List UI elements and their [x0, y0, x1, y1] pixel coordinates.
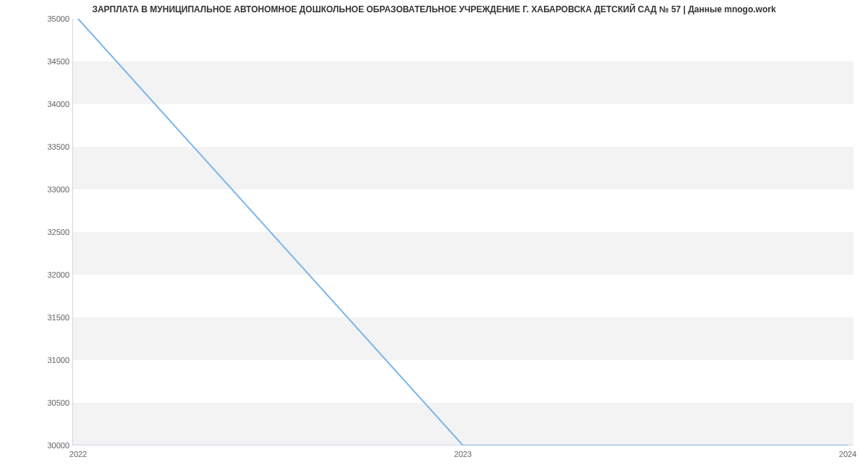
svg-rect-0: [72, 403, 854, 445]
x-tick-label: 2022: [69, 450, 87, 458]
y-tick-label: 30000: [4, 441, 69, 450]
svg-rect-1: [72, 317, 854, 360]
y-tick-label: 34500: [4, 57, 69, 66]
chart-svg: [72, 19, 854, 445]
y-tick-label: 32500: [4, 228, 69, 236]
svg-rect-3: [72, 147, 854, 189]
y-tick-label: 35000: [4, 14, 69, 23]
plot-area: [72, 19, 854, 445]
y-tick-label: 31000: [4, 356, 69, 364]
y-tick-label: 31500: [4, 313, 69, 322]
y-tick-label: 33000: [4, 185, 69, 194]
y-tick-label: 30500: [4, 398, 69, 407]
x-tick-label: 2023: [454, 450, 472, 458]
y-tick-label: 34000: [4, 100, 69, 108]
chart-title: ЗАРПЛАТА В МУНИЦИПАЛЬНОЕ АВТОНОМНОЕ ДОШК…: [0, 4, 868, 14]
salary-line-chart: ЗАРПЛАТА В МУНИЦИПАЛЬНОЕ АВТОНОМНОЕ ДОШК…: [0, 0, 868, 470]
svg-rect-2: [72, 232, 854, 275]
x-tick-label: 2024: [839, 450, 856, 458]
y-tick-label: 33500: [4, 142, 69, 151]
y-tick-label: 32000: [4, 270, 69, 279]
svg-rect-4: [72, 61, 854, 104]
